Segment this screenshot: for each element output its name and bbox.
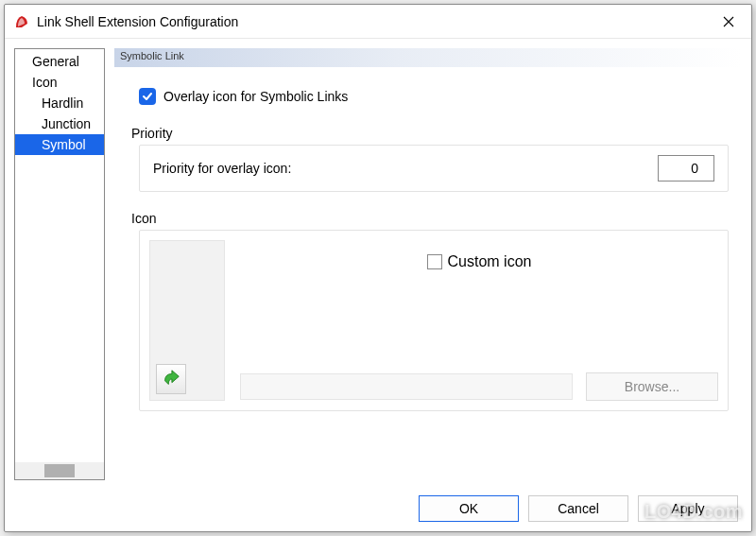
scrollbar-thumb[interactable] <box>44 464 75 477</box>
tree-item-hardlink[interactable]: Hardlin <box>15 93 104 113</box>
tree-item-symbolic[interactable]: Symbol <box>15 134 104 155</box>
priority-group: Priority Priority for overlay icon: <box>139 126 729 192</box>
dialog-window: Link Shell Extension Configuration Gener… <box>4 4 752 532</box>
close-button[interactable] <box>708 5 749 38</box>
app-icon <box>12 12 31 31</box>
button-bar: OK Cancel Apply <box>5 490 751 531</box>
tree-item-icon[interactable]: − Icon <box>15 72 104 93</box>
section-header: Symbolic Link <box>114 48 742 67</box>
icon-title: Icon <box>131 211 729 226</box>
close-icon <box>723 16 734 27</box>
cancel-button[interactable]: Cancel <box>528 495 628 522</box>
dialog-body: General − Icon Hardlin Junction Symbol S… <box>5 39 751 490</box>
overlay-checkbox[interactable] <box>139 88 156 105</box>
priority-title: Priority <box>131 126 729 141</box>
tree-pane: General − Icon Hardlin Junction Symbol <box>14 48 105 480</box>
custom-icon-checkbox[interactable] <box>427 254 442 269</box>
icon-group: Icon Custom icon <box>139 211 729 411</box>
icon-preview <box>149 240 225 401</box>
tree-hscrollbar[interactable] <box>15 462 104 479</box>
overlay-checkbox-label: Overlay icon for Symbolic Links <box>163 89 348 104</box>
checkmark-icon <box>142 91 153 102</box>
browse-button[interactable]: Browse... <box>586 372 718 401</box>
nav-tree[interactable]: General − Icon Hardlin Junction Symbol <box>15 49 104 462</box>
priority-label: Priority for overlay icon: <box>153 161 291 176</box>
window-title: Link Shell Extension Configuration <box>37 14 708 29</box>
icon-path-input[interactable] <box>240 373 573 400</box>
tree-item-junction[interactable]: Junction <box>15 113 104 134</box>
custom-icon-label: Custom icon <box>448 253 532 270</box>
apply-button[interactable]: Apply <box>638 495 738 522</box>
titlebar: Link Shell Extension Configuration <box>5 5 751 39</box>
priority-input[interactable] <box>658 155 714 182</box>
overlay-checkbox-row: Overlay icon for Symbolic Links <box>139 88 729 105</box>
ok-button[interactable]: OK <box>419 495 519 522</box>
symbolic-link-icon <box>156 364 186 394</box>
tree-item-general[interactable]: General <box>15 51 104 72</box>
content-pane: Symbolic Link Overlay icon for Symbolic … <box>114 48 742 480</box>
